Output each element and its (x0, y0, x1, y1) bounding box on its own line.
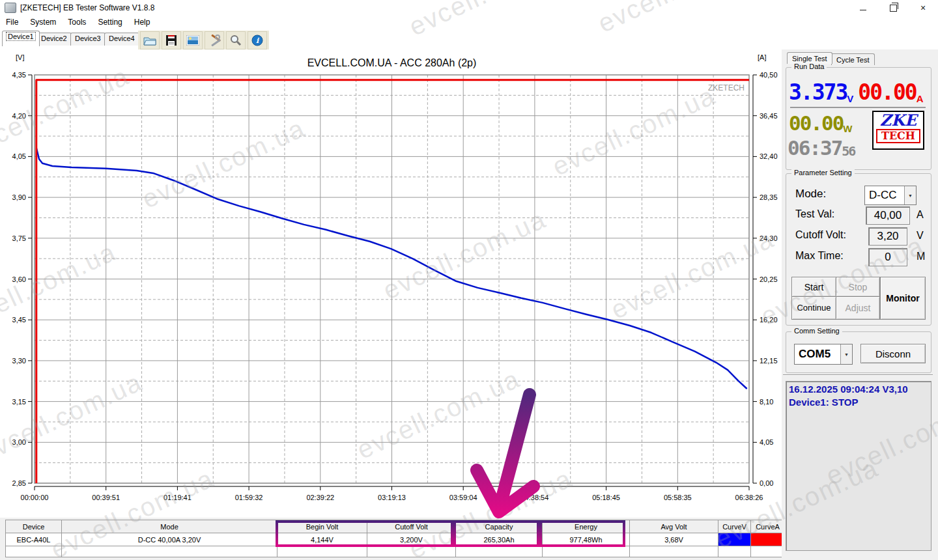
run-data-row2: 00.00 W (789, 109, 870, 134)
left-axis-tick-label: 3,15 (12, 398, 26, 406)
x-axis-tick-label: 06:38:26 (735, 494, 763, 501)
settings-tools-button[interactable] (205, 31, 224, 49)
elapsed-seconds-display: 56 (842, 143, 855, 159)
empty-cell (718, 546, 751, 557)
left-axis-tick-label: 3,30 (12, 357, 26, 365)
restore-button[interactable] (878, 0, 908, 16)
status-log: 16.12.2025 09:04:24 V3,10 Device1: STOP (786, 381, 931, 551)
tab-single-test[interactable]: Single Test (787, 52, 832, 64)
column-header: Begin Volt (277, 520, 367, 533)
monitor-button[interactable]: Monitor (880, 277, 926, 320)
max-time-input[interactable]: 0 (868, 248, 907, 266)
chart-title: EVCELL.COM.UA - ACC 280Ah (2p) (307, 57, 477, 68)
result-cell: 3,200V (367, 533, 456, 546)
log-line: 16.12.2025 09:04:24 V3,10 (789, 383, 931, 396)
results-table: DeviceModeBegin VoltCutoff VoltCapacityE… (5, 520, 785, 557)
test-val-input[interactable]: 40,00 (866, 206, 910, 225)
result-cell (718, 533, 751, 546)
stop-button[interactable]: Stop (836, 277, 880, 297)
result-cell: 265,30Ah (456, 533, 543, 546)
x-axis-tick-label: 05:58:35 (664, 494, 692, 501)
chevron-down-icon[interactable]: ▼ (904, 186, 916, 204)
x-axis-tick-label: 02:39:22 (306, 494, 334, 501)
export-image-button[interactable] (183, 31, 203, 49)
x-axis-tick-label: 01:59:32 (235, 494, 263, 501)
menu-help[interactable]: Help (128, 18, 156, 27)
cutoff-volt-unit: V (917, 230, 924, 242)
tab-device4[interactable]: Device4 (104, 33, 139, 46)
start-button[interactable]: Start (791, 277, 836, 297)
menu-setting[interactable]: Setting (92, 18, 128, 27)
result-cell (751, 533, 785, 546)
mode-combo[interactable]: D-CC ▼ (864, 186, 917, 205)
cutoff-volt-label: Cutoff Volt: (795, 229, 846, 241)
parameter-setting-group: Parameter Setting Mode: D-CC ▼ Test Val:… (786, 173, 931, 326)
x-axis-tick-label: 03:19:13 (378, 494, 406, 501)
x-axis-tick-label: 05:18:45 (592, 494, 620, 501)
left-axis-unit: [V] (16, 53, 24, 61)
empty-cell (543, 546, 630, 557)
tab-device2[interactable]: Device2 (36, 33, 72, 46)
disconnect-button[interactable]: Disconn (860, 344, 926, 363)
left-axis-tick-label: 4,05 (12, 152, 26, 160)
x-axis-tick-label: 04:38:54 (520, 494, 548, 501)
empty-cell (751, 546, 785, 557)
left-axis-tick-label: 4,35 (12, 71, 26, 79)
tab-device1[interactable]: Device1 (2, 31, 40, 46)
right-axis-tick-label: 20,25 (760, 275, 778, 283)
restore-icon (890, 5, 897, 12)
result-cell: D-CC 40,00A 3,20V (62, 533, 277, 546)
search-icon (230, 35, 242, 46)
empty-cell (62, 546, 277, 557)
right-axis-tick-label: 0,00 (760, 479, 773, 487)
open-folder-button[interactable] (140, 31, 160, 49)
result-cell: 4,144V (277, 533, 367, 546)
toolbar: i (138, 31, 269, 50)
column-header: Device (6, 520, 62, 533)
about-button[interactable]: i (248, 31, 267, 49)
save-button[interactable] (162, 31, 181, 49)
empty-cell (6, 546, 62, 557)
empty-cell (630, 546, 718, 557)
results-table-grid: DeviceModeBegin VoltCutoff VoltCapacityE… (5, 520, 785, 557)
minimize-button[interactable] (848, 0, 878, 16)
control-panel: Single Test Cycle Test Run Data 3.373 V … (782, 49, 938, 560)
com-port-combo[interactable]: COM5 ▼ (794, 344, 853, 365)
empty-cell (367, 546, 456, 557)
left-axis-tick-label: 3,45 (12, 316, 26, 324)
device-tab-row: Device1 Device2 Device3 Device4 i (0, 29, 938, 50)
column-header: CurveV (718, 520, 751, 533)
cutoff-volt-input[interactable]: 3,20 (868, 227, 907, 245)
tab-device3[interactable]: Device3 (70, 33, 106, 46)
left-axis-tick-label: 3,75 (12, 234, 26, 242)
right-axis-tick-label: 16,20 (760, 316, 778, 324)
voltage-unit: V (847, 93, 853, 104)
tab-cycle-test[interactable]: Cycle Test (831, 53, 875, 65)
run-data-row3: 06:37 56 (788, 133, 872, 159)
column-header: Avg Volt (630, 520, 718, 533)
mode-value: D-CC (865, 189, 904, 202)
left-axis-tick-label: 3,60 (12, 275, 26, 283)
max-time-label: Max Time: (795, 250, 844, 262)
menu-tools[interactable]: Tools (62, 18, 92, 27)
x-axis-tick-label: 00:00:00 (21, 494, 49, 501)
run-data-separator (790, 107, 926, 108)
column-header: Energy (543, 520, 630, 533)
zke-tech-logo: ZKE TECH (872, 111, 924, 150)
right-axis-tick-label: 4,05 (760, 438, 773, 446)
minimize-icon (860, 10, 866, 10)
chevron-down-icon[interactable]: ▼ (840, 344, 852, 364)
left-axis-tick-label: 3,00 (12, 438, 26, 446)
adjust-button[interactable]: Adjust (836, 296, 880, 320)
left-axis-tick-label: 3,90 (12, 193, 26, 201)
result-cell: EBC-A40L (6, 533, 62, 546)
continue-button[interactable]: Continue (791, 296, 836, 320)
mode-label: Mode: (795, 188, 826, 201)
zoom-button[interactable] (226, 31, 246, 49)
com-port-value: COM5 (795, 348, 840, 361)
menu-file[interactable]: File (0, 18, 24, 27)
menu-system[interactable]: System (24, 18, 62, 27)
close-button[interactable]: × (908, 0, 938, 16)
save-icon (165, 35, 177, 46)
current-unit: A (917, 93, 924, 104)
